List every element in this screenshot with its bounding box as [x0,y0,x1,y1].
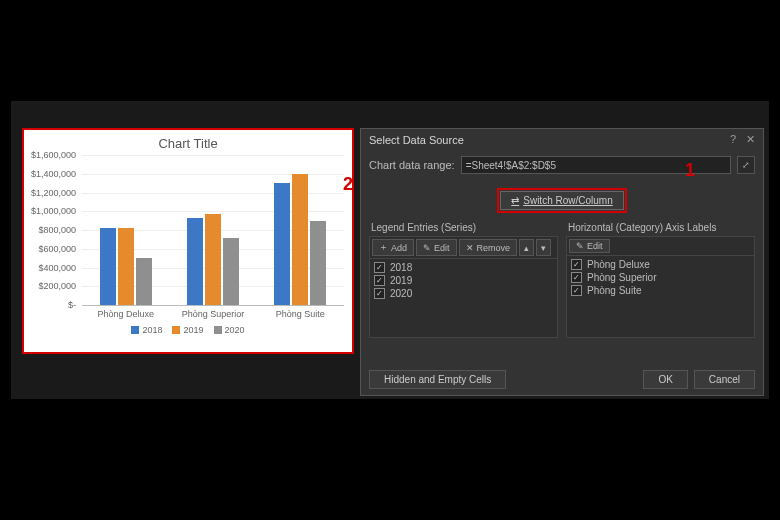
checkbox-icon[interactable]: ✓ [571,259,582,270]
legend-label: 2019 [183,325,203,335]
x-label: Phòng Deluxe [82,305,169,319]
dialog-titlebar: Select Data Source ? ✕ [361,129,763,150]
bars-container [82,155,344,305]
y-tick: $1,600,000 [31,150,76,160]
y-tick: $1,000,000 [31,206,76,216]
bar [136,258,152,305]
y-tick: $1,200,000 [31,188,76,198]
bar [310,221,326,305]
help-icon[interactable]: ? [730,133,736,146]
move-down-button[interactable]: ▾ [536,239,551,256]
y-tick: $- [68,300,76,310]
checkbox-icon[interactable]: ✓ [374,262,385,273]
switch-label: Switch Row/Column [523,195,612,206]
range-label: Chart data range: [369,159,455,171]
chevron-down-icon: ▾ [541,243,546,253]
legend-entries-list: ＋Add ✎Edit ✕Remove ▴ ▾ ✓2018 ✓2019 ✓2020 [369,236,558,338]
bar-group [82,155,169,305]
category-item-label: Phòng Superior [587,272,657,283]
bar [100,228,116,305]
bar [118,228,134,305]
edit-icon: ✎ [423,243,431,253]
annotation-2: 2 [343,174,353,195]
chart-legend: 2018 2019 2020 [24,319,352,339]
remove-icon: ✕ [466,243,474,253]
annotation-1: 1 [685,160,695,181]
category-item-label: Phòng Deluxe [587,259,650,270]
bar-group [169,155,256,305]
legend-entries-header: Legend Entries (Series) [369,220,558,236]
bar [274,183,290,305]
edit-axis-labels-button[interactable]: ✎Edit [569,239,610,253]
add-label: Add [391,243,407,253]
y-tick: $800,000 [38,225,76,235]
legend-item: 2018 [131,325,162,335]
x-label: Phòng Superior [169,305,256,319]
series-item-label: 2019 [390,275,412,286]
bar [205,214,221,305]
edit-icon: ✎ [576,241,584,251]
embedded-chart[interactable]: Chart Title $- $200,000 $400,000 $600,00… [22,128,354,354]
select-data-source-dialog: Select Data Source ? ✕ Chart data range:… [360,128,764,396]
plot-area: $- $200,000 $400,000 $600,000 $800,000 $… [82,155,344,305]
legend-item: 2020 [214,325,245,335]
series-item[interactable]: ✓2018 [372,261,555,274]
series-item-label: 2020 [390,288,412,299]
checkbox-icon[interactable]: ✓ [571,272,582,283]
y-tick: $600,000 [38,244,76,254]
remove-series-button[interactable]: ✕Remove [459,239,518,256]
category-item-label: Phòng Suite [587,285,642,296]
close-icon[interactable]: ✕ [746,133,755,146]
y-tick: $200,000 [38,281,76,291]
add-icon: ＋ [379,241,388,254]
x-label: Phòng Suite [257,305,344,319]
legend-swatch-icon [131,326,139,334]
axis-labels-header: Horizontal (Category) Axis Labels [566,220,755,236]
legend-item: 2019 [172,325,203,335]
switch-row-column-button[interactable]: ⇄ Switch Row/Column [500,191,623,210]
category-item[interactable]: ✓Phòng Suite [569,284,752,297]
add-series-button[interactable]: ＋Add [372,239,414,256]
bar [187,218,203,305]
checkbox-icon[interactable]: ✓ [374,275,385,286]
legend-label: 2020 [225,325,245,335]
series-item-label: 2018 [390,262,412,273]
legend-label: 2018 [142,325,162,335]
move-up-button[interactable]: ▴ [519,239,534,256]
bar [223,238,239,306]
dialog-title: Select Data Source [369,134,464,146]
category-item[interactable]: ✓Phòng Deluxe [569,258,752,271]
legend-swatch-icon [172,326,180,334]
hidden-empty-cells-button[interactable]: Hidden and Empty Cells [369,370,506,389]
edit-label: Edit [434,243,450,253]
checkbox-icon[interactable]: ✓ [374,288,385,299]
bar [292,174,308,305]
ok-button[interactable]: OK [643,370,687,389]
switch-icon: ⇄ [511,195,519,206]
edit-series-button[interactable]: ✎Edit [416,239,457,256]
collapse-range-icon[interactable]: ⤢ [737,156,755,174]
checkbox-icon[interactable]: ✓ [571,285,582,296]
chevron-up-icon: ▴ [524,243,529,253]
y-tick: $400,000 [38,263,76,273]
series-item[interactable]: ✓2019 [372,274,555,287]
axis-labels-list: ✎Edit ✓Phòng Deluxe ✓Phòng Superior ✓Phò… [566,236,755,338]
series-item[interactable]: ✓2020 [372,287,555,300]
bar-group [257,155,344,305]
cancel-button[interactable]: Cancel [694,370,755,389]
edit-label: Edit [587,241,603,251]
remove-label: Remove [477,243,511,253]
x-axis-labels: Phòng Deluxe Phòng Superior Phòng Suite [82,305,344,319]
legend-swatch-icon [214,326,222,334]
category-item[interactable]: ✓Phòng Superior [569,271,752,284]
y-axis-ticks: $- $200,000 $400,000 $600,000 $800,000 $… [24,155,78,305]
y-tick: $1,400,000 [31,169,76,179]
